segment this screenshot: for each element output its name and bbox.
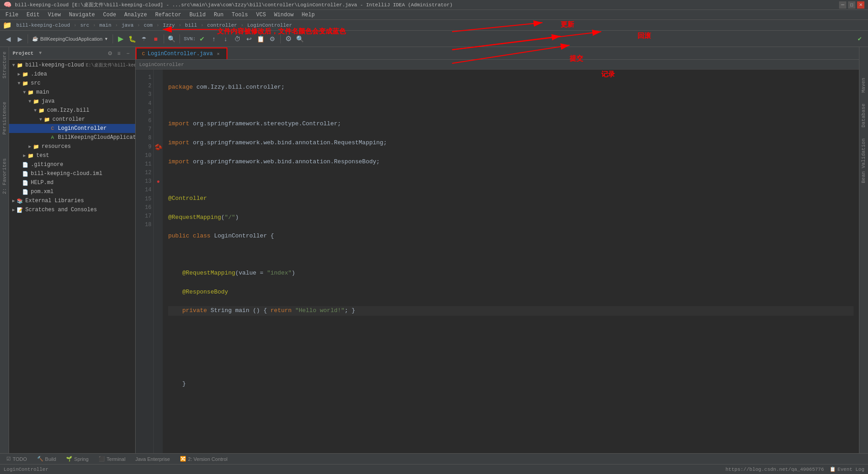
settings-button[interactable]: ⚙ — [283, 33, 294, 44]
status-url[interactable]: https://blog.csdn.net/qa_49065776 — [726, 467, 824, 472]
tab-todo[interactable]: ☑ TODO — [2, 454, 32, 464]
tree-arrow-java-folder: ▼ — [27, 99, 33, 104]
project-dropdown-arrow[interactable]: ▼ — [39, 51, 42, 56]
svn-revert-button[interactable]: ↩ — [244, 33, 255, 44]
tree-item-gitignore[interactable]: ▶ 📄 .gitignore — [9, 160, 135, 169]
tree-item-root[interactable]: ▼ 📁 bill-keeping-cloud E:\桌面文件\bill-keep… — [9, 61, 135, 70]
code-line-3: import org.springframework.stereotype.Co… — [168, 119, 854, 129]
status-event-log[interactable]: 📋 Event Log — [830, 466, 864, 472]
code-content[interactable]: package com.Izzy.bill.controller; import… — [163, 70, 859, 454]
maven-tab[interactable]: Maven — [860, 74, 868, 96]
svn-patch-button[interactable]: 📋 — [255, 33, 266, 44]
run-config-chevron: ▼ — [104, 37, 108, 41]
code-editor[interactable]: 12345 678910 1112131415 161718 🫘 ● — [136, 70, 859, 454]
editor-tab-logincontroller[interactable]: C LoginController.java ✕ — [136, 47, 227, 59]
tab-version-control[interactable]: 🔀 2: Version Control — [175, 454, 232, 464]
tree-item-java-folder[interactable]: ▼ 📁 java — [9, 97, 135, 106]
tree-item-package[interactable]: ▼ 📁 com.Izzy.bill — [9, 106, 135, 115]
tab-close-button[interactable]: ✕ — [216, 51, 221, 57]
favorites-tab[interactable]: 2: Favorites — [1, 156, 8, 197]
forward-button[interactable]: ▶ — [14, 33, 25, 44]
debug-button[interactable]: 🐛 — [127, 33, 138, 44]
structure-tab[interactable]: Structure — [1, 49, 8, 81]
tree-item-pom[interactable]: ▶ 📄 pom.xml — [9, 187, 135, 196]
svn-commit-button[interactable]: ↑ — [208, 33, 219, 44]
version-control-label: 2: Version Control — [188, 456, 227, 462]
tree-item-extlibs[interactable]: ▶ 📚 External Libraries — [9, 196, 135, 205]
gutter-16 — [155, 204, 162, 212]
tree-item-main[interactable]: ▼ 📁 main — [9, 88, 135, 97]
menu-edit[interactable]: Edit — [23, 11, 43, 19]
nav-src[interactable]: src — [78, 22, 91, 29]
tree-item-logincontroller[interactable]: ▶ C LoginController — [9, 124, 135, 133]
tree-item-help[interactable]: ▶ 📄 HELP.md — [9, 178, 135, 187]
svn-history-button[interactable]: ⏱ — [232, 33, 243, 44]
minimize-button[interactable]: ─ — [839, 1, 846, 9]
back-button[interactable]: ◀ — [3, 33, 14, 44]
nav-bill[interactable]: bill — [183, 22, 198, 29]
svn-settings-button[interactable]: ⚙ — [267, 33, 278, 44]
stop-button[interactable]: ■ — [151, 33, 161, 44]
menu-refactor[interactable]: Refactor — [151, 11, 185, 19]
close-button[interactable]: ✕ — [857, 1, 864, 9]
tree-label-gitignore: .gitignore — [31, 161, 63, 168]
svn-update-button[interactable]: ↓ — [220, 33, 231, 44]
breadcrumb-logincontroller[interactable]: LoginController — [139, 62, 184, 67]
menu-analyze[interactable]: Analyze — [121, 11, 151, 19]
persistence-tab[interactable]: Persistence — [1, 99, 8, 137]
tree-item-application[interactable]: ▶ A BillKeepingCloudApplication — [9, 133, 135, 142]
tree-item-resources[interactable]: ▶ 📁 resources — [9, 142, 135, 151]
run-config-dropdown-button[interactable]: ☕ BillKeepingCloudApplication ▼ — [30, 33, 110, 44]
nav-main[interactable]: main — [98, 22, 113, 29]
project-settings-gear[interactable]: ⚙ — [106, 50, 113, 57]
run-button[interactable]: ▶ — [115, 33, 126, 44]
menu-code[interactable]: Code — [99, 11, 120, 19]
code-line-1: package com.Izzy.bill.controller; — [168, 83, 854, 92]
gutter-3 — [155, 90, 162, 99]
project-collapse-btn[interactable]: − — [124, 50, 132, 57]
nav-logincontroller[interactable]: LoginController — [245, 22, 294, 29]
nav-com[interactable]: com — [142, 22, 155, 29]
editor-area: C LoginController.java ✕ LoginController… — [136, 47, 859, 454]
tree-label-pom: pom.xml — [31, 189, 53, 195]
nav-java[interactable]: java — [120, 22, 135, 29]
svn-label: SVN: — [184, 36, 196, 42]
run-config-icon: ☕ — [32, 36, 38, 42]
search-everywhere-button[interactable]: 🔍 — [166, 33, 177, 44]
tab-java-enterprise[interactable]: Java Enterprise — [131, 454, 174, 464]
tree-item-test[interactable]: ▶ 📁 test — [9, 151, 135, 160]
tree-item-scratches[interactable]: ▶ 📝 Scratches and Consoles — [9, 205, 135, 214]
tree-item-src[interactable]: ▼ 📁 src — [9, 79, 135, 88]
code-line-12: @ResponseBody — [168, 288, 854, 297]
tree-item-controller[interactable]: ▼ 📁 controller — [9, 115, 135, 124]
bean-validation-tab[interactable]: Bean Validation — [860, 135, 868, 187]
menu-navigate[interactable]: Navigate — [65, 11, 99, 19]
menu-file[interactable]: File — [2, 11, 22, 19]
svn-check-button[interactable]: ✔ — [197, 33, 208, 44]
project-sort-btn[interactable]: ≡ — [115, 50, 123, 57]
nav-controller[interactable]: controller — [205, 22, 239, 29]
find-button[interactable]: 🔍 — [295, 33, 306, 44]
tree-item-idea[interactable]: ▶ 📁 .idea — [9, 70, 135, 79]
tab-terminal[interactable]: ⬛ Terminal — [94, 454, 130, 464]
status-breadcrumb[interactable]: LoginController — [4, 467, 48, 472]
tab-build[interactable]: 🔨 Build — [33, 454, 61, 464]
maximize-button[interactable]: □ — [848, 1, 855, 9]
menu-build[interactable]: Build — [186, 11, 209, 19]
database-tab[interactable]: Database — [860, 100, 868, 131]
nav-izzy[interactable]: Izzy — [161, 22, 176, 29]
tree-item-iml[interactable]: ▶ 📄 bill-keeping-cloud.iml — [9, 169, 135, 178]
gutter-17 — [155, 212, 162, 221]
menu-run[interactable]: Run — [210, 11, 227, 19]
menu-window[interactable]: Window — [270, 11, 297, 19]
menu-view[interactable]: View — [44, 11, 65, 19]
menu-help[interactable]: Help — [298, 11, 318, 19]
breadcrumb-bar: LoginController — [136, 60, 859, 70]
tab-spring[interactable]: 🌱 Spring — [61, 454, 93, 464]
menu-tools[interactable]: Tools — [228, 11, 252, 19]
nav-project[interactable]: bill-keeping-cloud — [14, 22, 72, 29]
toolbar-sep-2 — [113, 34, 113, 43]
coverage-button[interactable]: ☂ — [139, 33, 150, 44]
menu-vcs[interactable]: VCS — [253, 11, 270, 19]
main-layout: Structure Persistence 2: Favorites Proje… — [0, 47, 868, 454]
